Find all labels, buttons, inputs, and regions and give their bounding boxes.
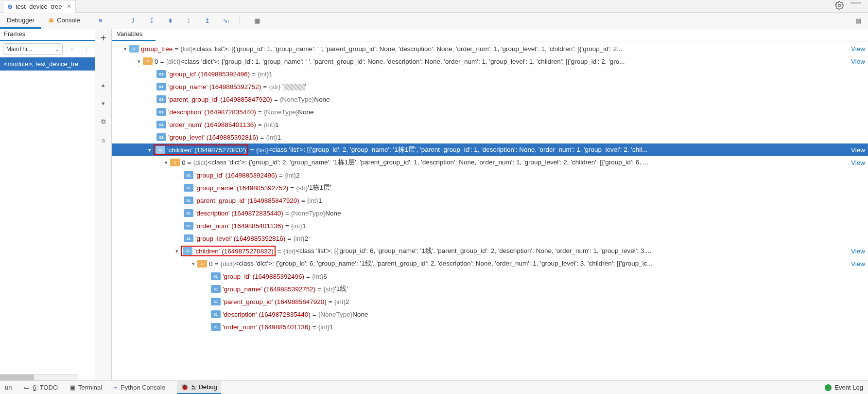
view-link[interactable]: View [851, 58, 868, 65]
variable-tree[interactable]: ▾ ≡ group_tree = {list} <class 'list'>: … [112, 41, 868, 380]
var-order-num-2[interactable]: 01 'order_num' (1649885401136) = {int} 1 [112, 219, 868, 232]
tab-console-label: Console [57, 17, 80, 24]
run-to-cursor-icon[interactable]: ➘ᵢ [221, 16, 231, 26]
chevron-down-icon[interactable]: ▾ [173, 248, 181, 254]
gear-icon[interactable] [835, 1, 844, 11]
var-group-id-2[interactable]: 01 'group_id' (1649885392496) = {int} 2 [112, 169, 868, 181]
chevron-down-icon[interactable]: ▾ [135, 58, 143, 65]
toolwindow-debug[interactable]: 🐞 5: Debug [177, 381, 221, 394]
literal-icon: 01 [156, 83, 166, 90]
view-link[interactable]: View [851, 146, 868, 154]
literal-icon: 01 [211, 310, 221, 318]
literal-icon: 01 [184, 197, 193, 204]
python-file-icon: ⊕ [7, 3, 13, 10]
copy-icon[interactable]: ⧉ [99, 117, 108, 126]
variables-panel: Variables ▾ ≡ group_tree = {list} <class… [112, 29, 868, 380]
frame-prev-icon[interactable]: ↑ [67, 44, 77, 54]
censored-value: '' [280, 83, 306, 90]
tab-console[interactable]: ▣ Console [41, 13, 87, 29]
frames-panel: Frames MainThr... ⌄ ↑ ↓ <module>, test_d… [0, 29, 95, 380]
toolwindow-python-console[interactable]: ⌁ Python Console [114, 384, 165, 391]
var-item-0[interactable]: ▾ ≡ 0 = {dict} <class 'dict'>: {'group_i… [112, 55, 868, 68]
minimize-icon[interactable]: — [851, 0, 861, 10]
literal-icon: 01 [184, 171, 193, 179]
event-log[interactable]: Event Log [825, 384, 863, 391]
terminal-icon: ▣ [69, 384, 75, 391]
view-link[interactable]: View [851, 159, 868, 166]
var-description[interactable]: 01 'description' (1649872835440) = {None… [112, 106, 868, 118]
literal-icon: 01 [211, 323, 221, 331]
scrollbar-thumb[interactable] [0, 375, 34, 380]
thread-selector[interactable]: MainThr... ⌄ [3, 43, 63, 55]
tab-debugger[interactable]: Debugger [0, 13, 41, 29]
var-item-0c[interactable]: ▾ ≡ 0 = {dict} <class 'dict'>: {'group_i… [112, 257, 868, 270]
dict-icon: ≡ [170, 159, 180, 166]
todo-icon: ≔ [23, 384, 30, 391]
literal-icon: 01 [184, 209, 193, 217]
add-watch-icon[interactable]: + [99, 33, 108, 43]
step-out-icon[interactable]: ↥ [203, 16, 212, 26]
view-link[interactable]: View [851, 248, 868, 255]
step-over-icon[interactable]: ⤴ [129, 16, 139, 26]
var-group-level-2[interactable]: 01 'group_level' (1649885392816) = {int}… [112, 232, 868, 245]
var-order-num-3[interactable]: 01 'order_num' (1649885401136) = {int} 1 [112, 321, 868, 333]
var-group-level[interactable]: 01 'group_level' (1649885392816) = {int}… [112, 131, 868, 143]
var-description-3[interactable]: 01 'description' (1649872835440) = {None… [112, 308, 868, 321]
down-arrow-icon[interactable]: ▾ [99, 98, 108, 108]
layout-settings-icon[interactable]: ▤ [855, 17, 868, 24]
dict-icon: ≡ [197, 260, 207, 268]
literal-icon: 01 [184, 184, 193, 192]
up-arrow-icon[interactable]: ▴ [99, 80, 108, 90]
toolwindow-run[interactable]: un [5, 384, 12, 391]
var-description-2[interactable]: 01 'description' (1649872835440) = {None… [112, 207, 868, 219]
restore-layout-icon[interactable]: ≡ [96, 16, 105, 26]
bottom-toolwindow-bar: un ≔ 6: TODO ▣ Terminal ⌁ Python Console… [0, 380, 868, 394]
python-icon: ⌁ [114, 384, 118, 391]
var-group-tree[interactable]: ▾ ≡ group_tree = {list} <class 'list'>: … [112, 42, 868, 55]
list-icon: ≡ [129, 45, 139, 53]
watches-icon[interactable]: ⌾ [99, 135, 108, 145]
evaluate-icon[interactable]: ▦ [252, 16, 262, 26]
variables-header: Variables [112, 29, 156, 41]
tab-debugger-label: Debugger [7, 17, 35, 24]
var-name: group_tree [141, 45, 173, 53]
debug-toolbar: Debugger ▣ Console ≡ ⤴ ↧ ⇟ ↥ ↥ ➘ᵢ ▦ ▤ [0, 13, 868, 29]
var-children-3[interactable]: ▾ ≡ 'children' (1649875270832) = {list} … [112, 245, 868, 257]
var-group-name-2[interactable]: 01 'group_name' (1649885392752) = {str} … [112, 181, 868, 194]
chevron-down-icon[interactable]: ▾ [162, 160, 170, 166]
chevron-down-icon[interactable]: ▾ [122, 46, 129, 52]
var-group-id[interactable]: 01 'group_id' (1649885392496) = {int} 1 [112, 68, 868, 80]
literal-icon: 01 [156, 121, 166, 128]
var-group-name-3[interactable]: 01 'group_name' (1649885392752) = {str} … [112, 283, 868, 295]
frame-row[interactable]: <module>, test_device_tre [0, 57, 95, 71]
svg-point-0 [838, 4, 841, 7]
literal-icon: 01 [156, 108, 166, 116]
literal-icon: 01 [156, 70, 166, 78]
var-parent-group-id-2[interactable]: 01 'parent_group_id' (1649885847920) = {… [112, 194, 868, 207]
var-item-0b[interactable]: ▾ ≡ 0 = {dict} <class 'dict'>: {'group_i… [112, 156, 868, 169]
step-into-icon[interactable]: ↧ [147, 16, 157, 26]
view-link[interactable]: View [851, 45, 868, 53]
file-tab[interactable]: ⊕ test_device_tree ✕ [3, 0, 76, 13]
literal-icon: 01 [211, 272, 221, 280]
literal-icon: 01 [156, 133, 166, 141]
view-link[interactable]: View [851, 260, 868, 268]
toolwindow-terminal[interactable]: ▣ Terminal [69, 384, 102, 391]
force-step-into-icon[interactable]: ⇟ [166, 16, 175, 26]
literal-icon: 01 [184, 234, 193, 242]
file-tab-label: test_device_tree [16, 3, 62, 10]
chevron-down-icon[interactable]: ▾ [190, 261, 197, 267]
close-tab-icon[interactable]: ✕ [65, 3, 71, 10]
frames-header: Frames [0, 29, 95, 41]
var-group-name[interactable]: 01 'group_name' (1649885392752) = {str} … [112, 80, 868, 93]
var-parent-group-id[interactable]: 01 'parent_group_id' (1649885847920) = {… [112, 93, 868, 106]
frame-next-icon[interactable]: ↓ [81, 44, 92, 54]
var-children-selected[interactable]: ▾ ≡ 'children' (1649875270832) = {list} … [112, 143, 868, 156]
toolwindow-todo[interactable]: ≔ 6: TODO [23, 384, 58, 391]
chevron-down-icon[interactable]: ▾ [146, 147, 154, 153]
var-parent-group-id-3[interactable]: 01 'parent_group_id' (1649885847920) = {… [112, 295, 868, 308]
chevron-down-icon: ⌄ [54, 46, 59, 53]
horizontal-scrollbar[interactable] [0, 374, 78, 380]
var-group-id-3[interactable]: 01 'group_id' (1649885392496) = {int} 6 [112, 270, 868, 283]
var-order-num[interactable]: 01 'order_num' (1649885401136) = {int} 1 [112, 118, 868, 131]
